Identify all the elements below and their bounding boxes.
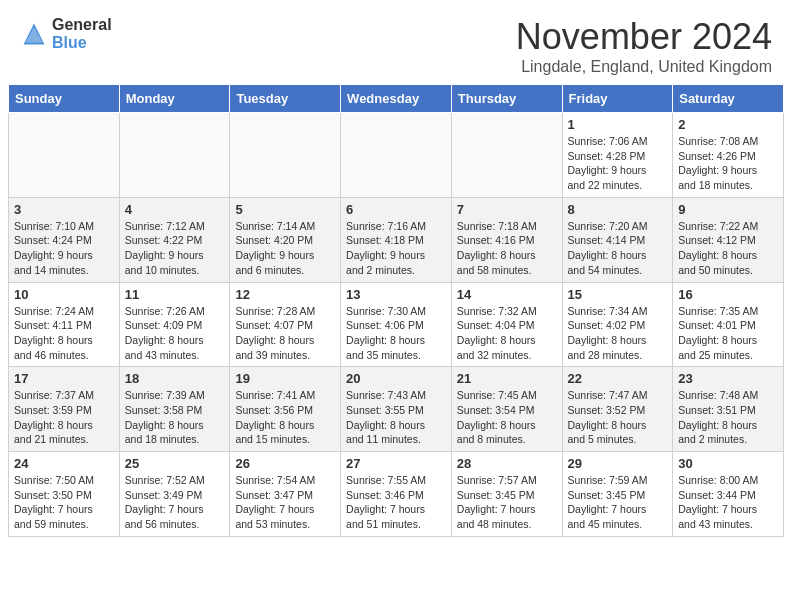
day-number: 27: [346, 456, 446, 471]
day-number: 5: [235, 202, 335, 217]
calendar-cell-w4-d2: 18Sunrise: 7:39 AM Sunset: 3:58 PM Dayli…: [119, 367, 230, 452]
calendar-cell-w5-d4: 27Sunrise: 7:55 AM Sunset: 3:46 PM Dayli…: [341, 452, 452, 537]
col-friday: Friday: [562, 85, 673, 113]
logo-icon: [20, 20, 48, 48]
day-info: Sunrise: 7:39 AM Sunset: 3:58 PM Dayligh…: [125, 388, 225, 447]
day-number: 16: [678, 287, 778, 302]
day-number: 12: [235, 287, 335, 302]
day-info: Sunrise: 7:30 AM Sunset: 4:06 PM Dayligh…: [346, 304, 446, 363]
day-number: 19: [235, 371, 335, 386]
calendar-cell-w3-d5: 14Sunrise: 7:32 AM Sunset: 4:04 PM Dayli…: [451, 282, 562, 367]
day-number: 30: [678, 456, 778, 471]
logo-general: General: [52, 16, 112, 34]
col-saturday: Saturday: [673, 85, 784, 113]
calendar-cell-w1-d2: [119, 113, 230, 198]
day-info: Sunrise: 7:55 AM Sunset: 3:46 PM Dayligh…: [346, 473, 446, 532]
day-info: Sunrise: 7:59 AM Sunset: 3:45 PM Dayligh…: [568, 473, 668, 532]
calendar-week-4: 17Sunrise: 7:37 AM Sunset: 3:59 PM Dayli…: [9, 367, 784, 452]
logo-blue: Blue: [52, 34, 112, 52]
day-number: 3: [14, 202, 114, 217]
day-info: Sunrise: 8:00 AM Sunset: 3:44 PM Dayligh…: [678, 473, 778, 532]
logo: General Blue: [20, 16, 112, 51]
calendar-table: Sunday Monday Tuesday Wednesday Thursday…: [8, 84, 784, 537]
day-number: 17: [14, 371, 114, 386]
day-number: 26: [235, 456, 335, 471]
day-number: 11: [125, 287, 225, 302]
calendar-cell-w5-d3: 26Sunrise: 7:54 AM Sunset: 3:47 PM Dayli…: [230, 452, 341, 537]
day-number: 14: [457, 287, 557, 302]
day-number: 15: [568, 287, 668, 302]
day-info: Sunrise: 7:08 AM Sunset: 4:26 PM Dayligh…: [678, 134, 778, 193]
calendar-cell-w3-d6: 15Sunrise: 7:34 AM Sunset: 4:02 PM Dayli…: [562, 282, 673, 367]
calendar-cell-w4-d1: 17Sunrise: 7:37 AM Sunset: 3:59 PM Dayli…: [9, 367, 120, 452]
day-info: Sunrise: 7:20 AM Sunset: 4:14 PM Dayligh…: [568, 219, 668, 278]
day-number: 9: [678, 202, 778, 217]
calendar-cell-w5-d1: 24Sunrise: 7:50 AM Sunset: 3:50 PM Dayli…: [9, 452, 120, 537]
calendar-cell-w5-d5: 28Sunrise: 7:57 AM Sunset: 3:45 PM Dayli…: [451, 452, 562, 537]
day-info: Sunrise: 7:43 AM Sunset: 3:55 PM Dayligh…: [346, 388, 446, 447]
day-number: 6: [346, 202, 446, 217]
page-container: General Blue November 2024 Lingdale, Eng…: [0, 0, 792, 537]
calendar-week-5: 24Sunrise: 7:50 AM Sunset: 3:50 PM Dayli…: [9, 452, 784, 537]
calendar-cell-w2-d3: 5Sunrise: 7:14 AM Sunset: 4:20 PM Daylig…: [230, 197, 341, 282]
svg-marker-1: [25, 27, 43, 43]
calendar-cell-w4-d6: 22Sunrise: 7:47 AM Sunset: 3:52 PM Dayli…: [562, 367, 673, 452]
day-info: Sunrise: 7:57 AM Sunset: 3:45 PM Dayligh…: [457, 473, 557, 532]
day-info: Sunrise: 7:48 AM Sunset: 3:51 PM Dayligh…: [678, 388, 778, 447]
day-info: Sunrise: 7:41 AM Sunset: 3:56 PM Dayligh…: [235, 388, 335, 447]
day-info: Sunrise: 7:52 AM Sunset: 3:49 PM Dayligh…: [125, 473, 225, 532]
day-info: Sunrise: 7:34 AM Sunset: 4:02 PM Dayligh…: [568, 304, 668, 363]
calendar-header-row: Sunday Monday Tuesday Wednesday Thursday…: [9, 85, 784, 113]
calendar-cell-w4-d3: 19Sunrise: 7:41 AM Sunset: 3:56 PM Dayli…: [230, 367, 341, 452]
calendar-cell-w5-d7: 30Sunrise: 8:00 AM Sunset: 3:44 PM Dayli…: [673, 452, 784, 537]
day-info: Sunrise: 7:32 AM Sunset: 4:04 PM Dayligh…: [457, 304, 557, 363]
day-info: Sunrise: 7:50 AM Sunset: 3:50 PM Dayligh…: [14, 473, 114, 532]
calendar-cell-w5-d2: 25Sunrise: 7:52 AM Sunset: 3:49 PM Dayli…: [119, 452, 230, 537]
day-number: 23: [678, 371, 778, 386]
col-wednesday: Wednesday: [341, 85, 452, 113]
calendar-cell-w1-d4: [341, 113, 452, 198]
location: Lingdale, England, United Kingdom: [516, 58, 772, 76]
calendar-cell-w2-d6: 8Sunrise: 7:20 AM Sunset: 4:14 PM Daylig…: [562, 197, 673, 282]
calendar-cell-w2-d5: 7Sunrise: 7:18 AM Sunset: 4:16 PM Daylig…: [451, 197, 562, 282]
calendar-cell-w3-d7: 16Sunrise: 7:35 AM Sunset: 4:01 PM Dayli…: [673, 282, 784, 367]
calendar-cell-w1-d3: [230, 113, 341, 198]
title-block: November 2024 Lingdale, England, United …: [516, 16, 772, 76]
calendar-cell-w2-d1: 3Sunrise: 7:10 AM Sunset: 4:24 PM Daylig…: [9, 197, 120, 282]
calendar-cell-w3-d4: 13Sunrise: 7:30 AM Sunset: 4:06 PM Dayli…: [341, 282, 452, 367]
calendar-cell-w1-d7: 2Sunrise: 7:08 AM Sunset: 4:26 PM Daylig…: [673, 113, 784, 198]
calendar-week-2: 3Sunrise: 7:10 AM Sunset: 4:24 PM Daylig…: [9, 197, 784, 282]
day-info: Sunrise: 7:14 AM Sunset: 4:20 PM Dayligh…: [235, 219, 335, 278]
calendar-cell-w1-d6: 1Sunrise: 7:06 AM Sunset: 4:28 PM Daylig…: [562, 113, 673, 198]
day-info: Sunrise: 7:35 AM Sunset: 4:01 PM Dayligh…: [678, 304, 778, 363]
day-number: 7: [457, 202, 557, 217]
day-number: 10: [14, 287, 114, 302]
col-thursday: Thursday: [451, 85, 562, 113]
calendar-week-1: 1Sunrise: 7:06 AM Sunset: 4:28 PM Daylig…: [9, 113, 784, 198]
col-sunday: Sunday: [9, 85, 120, 113]
calendar-cell-w2-d4: 6Sunrise: 7:16 AM Sunset: 4:18 PM Daylig…: [341, 197, 452, 282]
day-info: Sunrise: 7:12 AM Sunset: 4:22 PM Dayligh…: [125, 219, 225, 278]
day-info: Sunrise: 7:10 AM Sunset: 4:24 PM Dayligh…: [14, 219, 114, 278]
day-info: Sunrise: 7:37 AM Sunset: 3:59 PM Dayligh…: [14, 388, 114, 447]
day-info: Sunrise: 7:28 AM Sunset: 4:07 PM Dayligh…: [235, 304, 335, 363]
day-info: Sunrise: 7:54 AM Sunset: 3:47 PM Dayligh…: [235, 473, 335, 532]
page-header: General Blue November 2024 Lingdale, Eng…: [0, 0, 792, 84]
day-number: 22: [568, 371, 668, 386]
day-info: Sunrise: 7:18 AM Sunset: 4:16 PM Dayligh…: [457, 219, 557, 278]
day-info: Sunrise: 7:24 AM Sunset: 4:11 PM Dayligh…: [14, 304, 114, 363]
calendar-cell-w2-d2: 4Sunrise: 7:12 AM Sunset: 4:22 PM Daylig…: [119, 197, 230, 282]
day-info: Sunrise: 7:47 AM Sunset: 3:52 PM Dayligh…: [568, 388, 668, 447]
day-number: 20: [346, 371, 446, 386]
day-info: Sunrise: 7:06 AM Sunset: 4:28 PM Dayligh…: [568, 134, 668, 193]
day-number: 2: [678, 117, 778, 132]
day-info: Sunrise: 7:26 AM Sunset: 4:09 PM Dayligh…: [125, 304, 225, 363]
month-title: November 2024: [516, 16, 772, 58]
day-number: 4: [125, 202, 225, 217]
calendar-cell-w5-d6: 29Sunrise: 7:59 AM Sunset: 3:45 PM Dayli…: [562, 452, 673, 537]
day-info: Sunrise: 7:45 AM Sunset: 3:54 PM Dayligh…: [457, 388, 557, 447]
col-monday: Monday: [119, 85, 230, 113]
logo-text: General Blue: [52, 16, 112, 51]
day-number: 8: [568, 202, 668, 217]
day-number: 13: [346, 287, 446, 302]
